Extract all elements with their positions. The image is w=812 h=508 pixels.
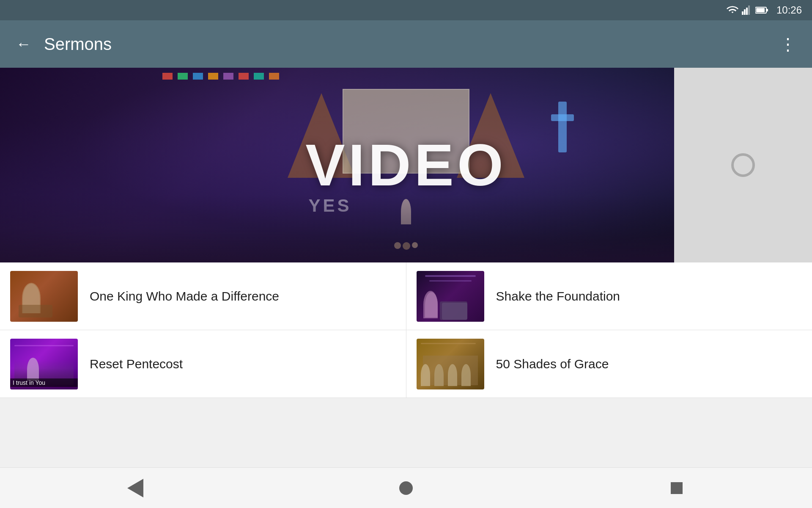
status-bar: 10:26 <box>0 0 812 20</box>
back-arrow-icon: ← <box>16 35 31 53</box>
home-nav-button[interactable] <box>389 475 423 501</box>
svg-rect-2 <box>746 8 748 15</box>
wifi-icon <box>727 6 738 15</box>
status-icons: 10:26 <box>727 4 802 16</box>
sermon-thumbnail-1 <box>10 271 78 322</box>
sermon-row-2: I trust in You Reset Pentecost 50 Shades… <box>0 330 812 398</box>
sermon-list: One King Who Made a Difference Shake the… <box>0 262 812 398</box>
door-knob-right <box>731 153 755 177</box>
svg-rect-5 <box>766 9 768 11</box>
status-time: 10:26 <box>776 4 802 16</box>
sermon-item-1[interactable]: One King Who Made a Difference <box>0 262 406 330</box>
svg-rect-6 <box>756 8 765 12</box>
sermon-item-3[interactable]: I trust in You Reset Pentecost <box>0 330 406 398</box>
svg-rect-3 <box>748 6 750 15</box>
sermon-item-4[interactable]: 50 Shades of Grace <box>406 330 812 398</box>
back-button[interactable]: ← <box>10 30 37 58</box>
battery-icon <box>755 6 768 14</box>
sermon-subtitle-3: I trust in You <box>10 378 78 387</box>
video-banner[interactable]: YES VIDEO <box>0 68 812 262</box>
video-label: VIDEO <box>305 131 507 199</box>
back-nav-button[interactable] <box>118 475 152 501</box>
recent-nav-button[interactable] <box>660 475 694 501</box>
more-options-button[interactable]: ⋮ <box>775 30 802 58</box>
sermon-title-1: One King Who Made a Difference <box>90 288 279 304</box>
sermon-thumbnail-4 <box>417 339 484 389</box>
sermon-row-1: One King Who Made a Difference Shake the… <box>0 262 812 330</box>
sermon-title-4: 50 Shades of Grace <box>496 356 609 372</box>
sermon-thumbnail-3: I trust in You <box>10 339 78 389</box>
signal-icon <box>742 6 752 15</box>
back-nav-icon <box>127 479 143 497</box>
sermon-title-3: Reset Pentecost <box>90 356 183 372</box>
flags-bar <box>162 68 650 85</box>
bottom-nav <box>0 467 812 508</box>
home-nav-icon <box>399 481 413 495</box>
recent-nav-icon <box>671 482 683 494</box>
svg-rect-0 <box>742 11 743 15</box>
sermon-thumbnail-2 <box>417 271 484 322</box>
more-dots-icon: ⋮ <box>779 34 797 54</box>
app-bar: ← Sermons ⋮ <box>0 20 812 68</box>
sermon-item-2[interactable]: Shake the Foundation <box>406 262 812 330</box>
sermon-title-2: Shake the Foundation <box>496 288 620 304</box>
page-title: Sermons <box>44 35 775 54</box>
right-panel <box>674 68 812 262</box>
svg-rect-1 <box>744 9 746 15</box>
